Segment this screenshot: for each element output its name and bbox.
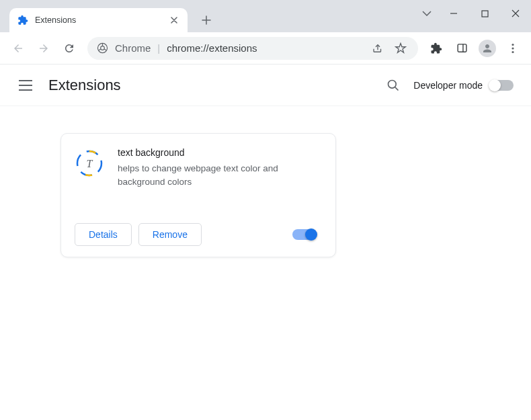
chrome-icon xyxy=(97,42,108,54)
extension-name: text background xyxy=(118,147,322,158)
minimize-button[interactable] xyxy=(438,0,469,27)
svg-line-9 xyxy=(395,87,399,90)
details-button[interactable]: Details xyxy=(75,223,132,246)
developer-mode-label: Developer mode xyxy=(413,80,483,91)
svg-point-7 xyxy=(512,50,514,52)
hamburger-menu-button[interactable] xyxy=(12,72,39,99)
extension-card: T text background helps to change webpag… xyxy=(60,133,336,257)
tab-title: Extensions xyxy=(35,15,162,25)
svg-rect-3 xyxy=(458,44,466,52)
sidepanel-icon[interactable] xyxy=(450,37,473,60)
chevron-down-icon[interactable] xyxy=(415,0,438,27)
extension-description: helps to change webpage text color and b… xyxy=(118,162,322,190)
svg-point-6 xyxy=(512,47,514,49)
extension-app-icon: T xyxy=(75,149,104,178)
svg-point-5 xyxy=(512,43,514,45)
url-display: Chrome | chrome://extensions xyxy=(115,42,257,54)
search-button[interactable] xyxy=(380,72,407,99)
svg-rect-0 xyxy=(482,11,488,17)
new-tab-button[interactable] xyxy=(197,11,216,30)
toolbar: Chrome | chrome://extensions xyxy=(0,32,531,65)
forward-button[interactable] xyxy=(32,37,55,60)
url-path: chrome://extensions xyxy=(167,42,257,54)
close-tab-button[interactable] xyxy=(169,15,179,26)
address-bar[interactable]: Chrome | chrome://extensions xyxy=(87,37,418,60)
share-icon[interactable] xyxy=(370,40,386,56)
url-prefix: Chrome xyxy=(115,42,151,54)
close-window-button[interactable] xyxy=(500,0,531,27)
extensions-list: T text background helps to change webpag… xyxy=(0,106,531,284)
page-title: Extensions xyxy=(48,77,121,94)
bookmark-icon[interactable] xyxy=(393,40,409,56)
developer-mode-toggle[interactable] xyxy=(489,80,514,91)
titlebar: Extensions xyxy=(0,0,531,32)
svg-text:T: T xyxy=(87,158,93,169)
browser-tab[interactable]: Extensions xyxy=(9,8,188,32)
window-controls xyxy=(415,0,531,27)
avatar-icon xyxy=(479,40,496,57)
extensions-icon[interactable] xyxy=(425,37,448,60)
puzzle-icon xyxy=(17,15,28,26)
extension-enable-toggle[interactable] xyxy=(292,229,317,240)
back-button[interactable] xyxy=(7,37,30,60)
reload-button[interactable] xyxy=(58,37,81,60)
extensions-header: Extensions Developer mode xyxy=(0,65,531,106)
svg-point-8 xyxy=(389,80,397,88)
maximize-button[interactable] xyxy=(469,0,500,27)
profile-button[interactable] xyxy=(476,37,499,60)
remove-button[interactable]: Remove xyxy=(138,223,202,246)
svg-point-2 xyxy=(101,46,105,50)
menu-button[interactable] xyxy=(501,37,524,60)
